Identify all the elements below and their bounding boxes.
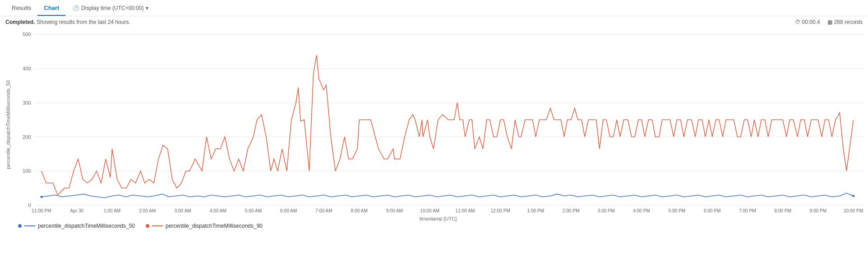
- legend-label-blue: percentile_dispatchTimeMilliseconds_50: [38, 223, 135, 229]
- chevron-down-icon: ▾: [146, 5, 148, 11]
- chart-svg: 500 400 300 200 100 0 11:00 PM Apr 30 1:…: [12, 30, 864, 214]
- legend-item-red: percentile_dispatchTimeMilliseconds_90: [146, 223, 263, 229]
- svg-text:1:00 PM: 1:00 PM: [527, 208, 545, 213]
- status-bar: Completed. Showing results from the last…: [0, 16, 868, 28]
- legend-item-blue: percentile_dispatchTimeMilliseconds_50: [18, 223, 135, 229]
- legend-line-blue: [24, 225, 35, 226]
- svg-text:11:00 PM: 11:00 PM: [32, 208, 51, 213]
- svg-text:8:00 PM: 8:00 PM: [774, 208, 791, 213]
- duration-value: 00:00.4: [802, 19, 820, 25]
- records-count: 288 records: [834, 19, 863, 25]
- svg-text:5:00 PM: 5:00 PM: [668, 208, 685, 213]
- timer-icon: ⏱: [795, 19, 800, 25]
- legend-label-red: percentile_dispatchTimeMilliseconds_90: [166, 223, 263, 229]
- display-time-selector[interactable]: 🕐 Display time (UTC+00:00) ▾: [73, 5, 148, 11]
- status-message: Showing results from the last 24 hours.: [37, 19, 130, 25]
- svg-text:500: 500: [23, 32, 31, 37]
- svg-text:3:00 AM: 3:00 AM: [174, 208, 191, 213]
- svg-text:2:00 PM: 2:00 PM: [563, 208, 580, 213]
- x-axis-label: timestamp [UTC]: [12, 214, 864, 222]
- svg-text:7:00 PM: 7:00 PM: [739, 208, 756, 213]
- chart-area: percentile_dispatchTimeMilliseconds_50: [0, 28, 868, 219]
- chart-container: percentile_dispatchTimeMilliseconds_50: [4, 30, 864, 219]
- svg-text:4:00 AM: 4:00 AM: [210, 208, 226, 213]
- svg-text:100: 100: [23, 168, 31, 174]
- status-left: Completed. Showing results from the last…: [5, 19, 130, 25]
- svg-text:1:00 AM: 1:00 AM: [104, 208, 120, 213]
- svg-text:6:00 AM: 6:00 AM: [280, 208, 297, 213]
- svg-text:12:00 PM: 12:00 PM: [490, 208, 510, 213]
- status-completed: Completed.: [5, 19, 35, 25]
- status-records: ▦ 288 records: [827, 19, 863, 25]
- svg-text:300: 300: [23, 100, 31, 106]
- blue-dot: [41, 196, 43, 198]
- svg-text:10:00 AM: 10:00 AM: [420, 208, 439, 213]
- svg-text:3:00 PM: 3:00 PM: [598, 208, 615, 213]
- legend-line-red: [152, 225, 163, 226]
- svg-text:Apr 30: Apr 30: [70, 208, 83, 213]
- svg-text:9:00 PM: 9:00 PM: [809, 208, 826, 213]
- blue-dot: [852, 195, 854, 197]
- svg-text:5:00 AM: 5:00 AM: [245, 208, 262, 213]
- svg-text:4:00 PM: 4:00 PM: [633, 208, 650, 213]
- svg-text:400: 400: [23, 66, 31, 71]
- svg-text:9:00 AM: 9:00 AM: [386, 208, 403, 213]
- tab-chart[interactable]: Chart: [37, 1, 65, 16]
- legend-dot-blue: [18, 224, 22, 228]
- svg-text:7:00 AM: 7:00 AM: [315, 208, 332, 213]
- legend-dot-red: [146, 224, 149, 228]
- svg-text:11:00 AM: 11:00 AM: [456, 208, 475, 213]
- y-axis-label: percentile_dispatchTimeMilliseconds_50: [4, 30, 12, 219]
- svg-text:8:00 AM: 8:00 AM: [351, 208, 368, 213]
- svg-text:2:00 AM: 2:00 AM: [139, 208, 156, 213]
- svg-text:10:00 PM: 10:00 PM: [844, 208, 863, 213]
- svg-text:6:00 PM: 6:00 PM: [704, 208, 721, 213]
- status-right: ⏱ 00:00.4 ▦ 288 records: [795, 19, 863, 25]
- blue-line: [42, 193, 854, 198]
- tab-results[interactable]: Results: [5, 1, 37, 16]
- status-time: ⏱ 00:00.4: [795, 19, 820, 25]
- table-icon: ▦: [827, 19, 832, 25]
- clock-icon: 🕐: [73, 5, 79, 11]
- display-time-label: Display time (UTC+00:00): [81, 5, 143, 11]
- header-bar: Results Chart 🕐 Display time (UTC+00:00)…: [0, 0, 868, 16]
- red-line: [42, 55, 854, 195]
- svg-text:0: 0: [28, 202, 31, 208]
- svg-text:200: 200: [23, 134, 31, 140]
- chart-inner: 500 400 300 200 100 0 11:00 PM Apr 30 1:…: [12, 30, 864, 219]
